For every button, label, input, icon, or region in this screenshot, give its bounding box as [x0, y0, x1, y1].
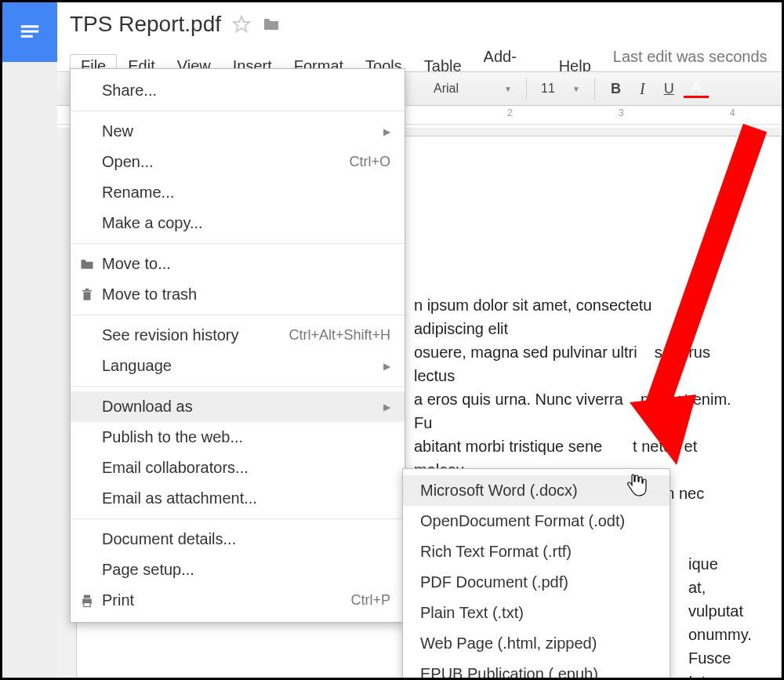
menu-item-label: Page setup... — [102, 561, 390, 579]
menu-rename[interactable]: Rename... — [71, 177, 405, 208]
bold-button[interactable]: B — [601, 81, 630, 97]
menu-email-attach[interactable]: Email as attachment... — [71, 483, 405, 514]
submenu-txt[interactable]: Plain Text (.txt) — [403, 598, 670, 628]
menu-print[interactable]: PrintCtrl+P — [71, 585, 405, 616]
menu-item-label: Document details... — [102, 530, 390, 548]
svg-rect-2 — [21, 35, 33, 38]
document-title[interactable]: TPS Report.pdf — [70, 12, 221, 37]
download-as-submenu: Microsoft Word (.docx) OpenDocument Form… — [402, 468, 670, 680]
chevron-right-icon: ▶ — [383, 402, 390, 413]
ruler-tick: 2 — [507, 107, 513, 118]
menu-open[interactable]: Open...Ctrl+O — [71, 147, 405, 177]
svg-rect-9 — [84, 602, 90, 606]
underline-button[interactable]: U — [655, 81, 684, 97]
submenu-docx[interactable]: Microsoft Word (.docx) — [403, 475, 670, 506]
menu-item-label: Move to trash — [102, 285, 390, 304]
file-menu-dropdown: Share... New▶ Open...Ctrl+O Rename... Ma… — [70, 68, 405, 623]
svg-rect-8 — [84, 595, 90, 598]
svg-rect-0 — [21, 25, 39, 27]
menu-page-setup[interactable]: Page setup... — [71, 555, 405, 585]
print-icon — [78, 592, 96, 609]
menu-revision[interactable]: See revision historyCtrl+Alt+Shift+H — [71, 320, 405, 351]
svg-rect-4 — [84, 292, 91, 300]
font-name: Arial — [434, 82, 459, 96]
menu-item-label: Rename... — [102, 184, 390, 202]
svg-rect-5 — [82, 290, 92, 292]
submenu-html[interactable]: Web Page (.html, zipped) — [403, 628, 670, 659]
folder-icon[interactable] — [262, 15, 281, 34]
ruler-tick: 4 — [730, 107, 735, 118]
menu-language[interactable]: Language▶ — [71, 351, 405, 381]
menu-doc-details[interactable]: Document details... — [71, 524, 405, 555]
ruler-tick: 3 — [619, 107, 624, 118]
menu-new[interactable]: New▶ — [71, 116, 405, 147]
folder-icon — [78, 256, 96, 273]
divider — [71, 243, 405, 244]
menu-item-label: New — [102, 122, 383, 140]
font-size-dropdown[interactable]: 11 ▼ — [533, 82, 588, 96]
docs-logo-icon — [16, 20, 43, 44]
star-icon[interactable] — [232, 15, 251, 34]
menu-item-label: Move to... — [102, 255, 390, 273]
submenu-rtf[interactable]: Rich Text Format (.rtf) — [403, 536, 670, 567]
font-size: 11 — [541, 82, 555, 96]
menu-item-label: Share... — [102, 82, 390, 100]
menu-item-label: Email as attachment... — [102, 489, 390, 507]
menu-email-collab[interactable]: Email collaborators... — [71, 453, 405, 483]
menu-item-label: Open... — [102, 153, 349, 171]
menu-item-label: Print — [102, 591, 350, 609]
svg-marker-3 — [234, 16, 249, 31]
submenu-epub[interactable]: EPUB Publication (.epub) — [403, 659, 670, 680]
menu-share[interactable]: Share... — [71, 75, 405, 106]
submenu-odt[interactable]: OpenDocument Format (.odt) — [403, 506, 670, 536]
submenu-pdf[interactable]: PDF Document (.pdf) — [403, 567, 670, 598]
divider — [71, 111, 405, 111]
caret-down-icon: ▼ — [504, 85, 512, 93]
menu-item-label: Make a copy... — [102, 214, 390, 232]
svg-rect-6 — [85, 288, 89, 289]
shortcut: Ctrl+P — [350, 592, 390, 609]
divider — [71, 518, 405, 519]
menu-make-copy[interactable]: Make a copy... — [71, 208, 405, 238]
trash-icon — [78, 286, 96, 304]
italic-button[interactable]: I — [630, 80, 655, 98]
separator — [526, 78, 527, 100]
caret-down-icon: ▼ — [572, 85, 580, 93]
left-gutter — [2, 62, 57, 678]
font-dropdown[interactable]: Arial ▼ — [426, 82, 520, 96]
divider — [71, 315, 405, 315]
menu-move-trash[interactable]: Move to trash — [71, 279, 405, 310]
chevron-right-icon: ▶ — [383, 126, 390, 137]
menu-item-label: Language — [102, 357, 383, 375]
svg-rect-1 — [21, 31, 39, 33]
menu-item-label: See revision history — [102, 326, 289, 344]
menu-move-to[interactable]: Move to... — [71, 249, 405, 279]
shortcut: Ctrl+O — [349, 154, 390, 170]
docs-home-button[interactable] — [2, 2, 57, 62]
separator — [594, 78, 595, 100]
text-color-button[interactable]: A — [684, 79, 709, 98]
menu-publish[interactable]: Publish to the web... — [71, 422, 405, 453]
menu-item-label: Publish to the web... — [102, 428, 390, 446]
menu-item-label: Download as — [102, 398, 383, 416]
shortcut: Ctrl+Alt+Shift+H — [289, 327, 390, 344]
chevron-right-icon: ▶ — [383, 361, 390, 372]
menu-download-as[interactable]: Download as▶ — [71, 391, 405, 422]
divider — [71, 386, 405, 387]
menu-item-label: Email collaborators... — [102, 459, 390, 477]
